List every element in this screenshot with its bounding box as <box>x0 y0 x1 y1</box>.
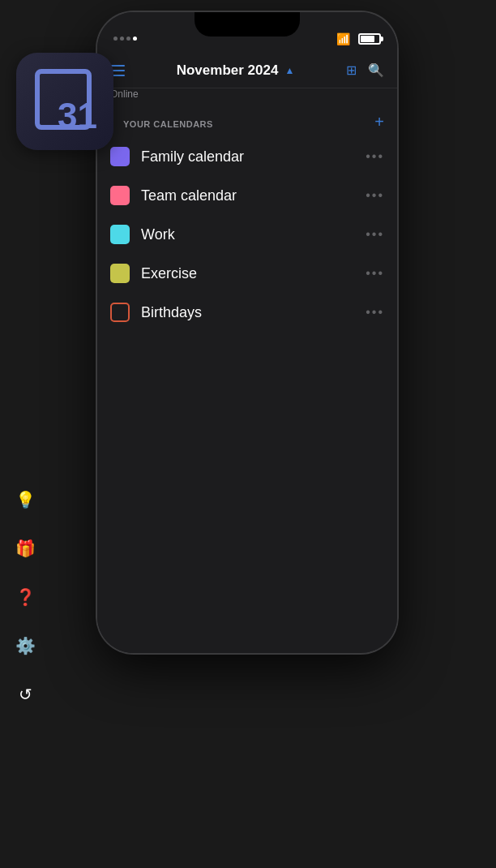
calendar-color-team <box>110 186 130 205</box>
add-calendar-button[interactable]: + <box>374 114 384 130</box>
calendar-item-family[interactable]: Family calendar ••• <box>97 137 397 176</box>
gift-icon[interactable]: 🎁 <box>12 535 38 561</box>
calendar-name-family: Family calendar <box>141 148 244 165</box>
calendar-item-team[interactable]: Team calendar ••• <box>97 176 397 215</box>
signal-dot-2 <box>120 37 124 41</box>
calendar-item-left: Exercise <box>110 264 197 283</box>
calendar-item-work[interactable]: Work ••• <box>97 215 397 254</box>
settings-icon[interactable]: ⚙️ <box>12 633 38 659</box>
signal-dot-3 <box>126 37 130 41</box>
calendar-color-birthdays <box>110 303 130 322</box>
calendar-item-left: Birthdays <box>110 303 202 322</box>
calendars-panel: November 2024 ▲ ⊞ 🔍 Online YOUR CALENDAR… <box>97 53 397 653</box>
panel-month-title: November 2024 <box>177 62 279 79</box>
calendar-color-work <box>110 225 130 244</box>
calendars-section-header: YOUR CALENDARS + <box>97 103 397 137</box>
chevron-up-icon[interactable]: ▲ <box>284 65 294 76</box>
calendar-item-birthdays[interactable]: Birthdays ••• <box>97 293 397 332</box>
battery-fill <box>361 36 374 42</box>
calendar-item-exercise[interactable]: Exercise ••• <box>97 254 397 293</box>
status-bar: 📶 <box>97 12 397 53</box>
status-dots <box>113 37 137 41</box>
section-label: YOUR CALENDARS <box>110 110 226 134</box>
calendar-item-left: Family calendar <box>110 147 244 166</box>
calendar-name-birthdays: Birthdays <box>141 304 202 321</box>
app-icon: 31 <box>16 53 113 150</box>
phone-notch <box>195 12 300 37</box>
online-status: Online <box>97 88 397 103</box>
signal-dot-1 <box>113 37 118 41</box>
calendar-name-team: Team calendar <box>141 187 237 204</box>
calendar-name-work: Work <box>141 226 175 243</box>
calendar-more-birthdays[interactable]: ••• <box>366 305 384 320</box>
panel-top-bar: November 2024 ▲ ⊞ 🔍 <box>97 53 397 88</box>
signal-dot-4 <box>133 37 137 41</box>
battery-icon <box>358 33 381 45</box>
calendar-more-exercise[interactable]: ••• <box>366 266 384 281</box>
refresh-icon[interactable]: ↺ <box>12 681 38 707</box>
app-icon-inner: 31 <box>28 65 101 138</box>
grid-view-icon[interactable]: ⊞ <box>346 62 357 78</box>
hamburger-line-1 <box>110 65 125 67</box>
phone-content: November 2024 ▲ 6 ▭ 🔍 M T W T F S S <box>97 53 397 653</box>
app-icon-number: 31 <box>58 98 97 134</box>
calendar-color-exercise <box>110 264 130 283</box>
battery-area: 📶 <box>333 32 381 45</box>
search-icon[interactable]: 🔍 <box>368 62 384 78</box>
panel-icons-right: ⊞ 🔍 <box>346 62 384 78</box>
calendar-item-left: Team calendar <box>110 186 237 205</box>
calendar-more-work[interactable]: ••• <box>366 227 384 242</box>
panel-title-area: November 2024 ▲ <box>177 62 295 79</box>
left-sidebar: 💡 🎁 ❓ ⚙️ ↺ <box>12 487 38 707</box>
help-icon[interactable]: ❓ <box>12 584 38 610</box>
wifi-icon: 📶 <box>336 32 350 45</box>
calendar-more-family[interactable]: ••• <box>366 149 384 164</box>
calendar-color-family <box>110 147 130 166</box>
phone-frame: 📶 November 2024 ▲ 6 ▭ 🔍 M <box>97 12 397 653</box>
calendar-more-team[interactable]: ••• <box>366 188 384 203</box>
lightbulb-icon[interactable]: 💡 <box>12 487 38 513</box>
calendar-name-exercise: Exercise <box>141 265 197 282</box>
calendar-item-left: Work <box>110 225 175 244</box>
